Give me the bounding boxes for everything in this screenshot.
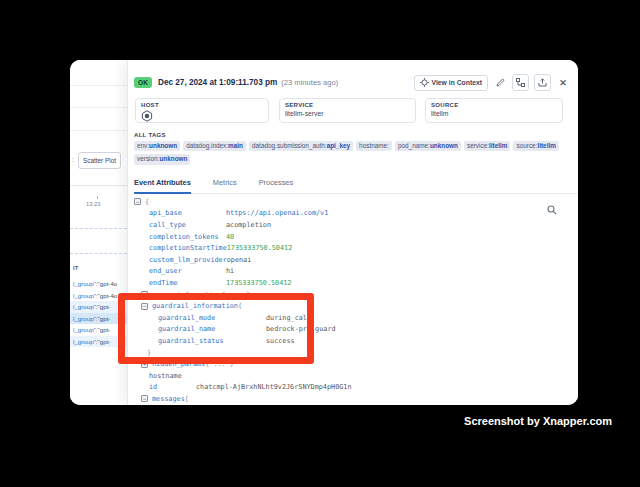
attribute-value[interactable]: 1735333750.50412 xyxy=(227,244,292,252)
attribute-value[interactable]: openai xyxy=(227,256,252,264)
attribute-key[interactable]: call_type xyxy=(149,221,226,229)
tag-key: source: xyxy=(516,142,537,150)
attribute-row: completionStartTime1735333750.50412 xyxy=(134,242,578,254)
list-item-text: :"gpt- xyxy=(96,326,111,333)
tab-metrics[interactable]: Metrics xyxy=(213,174,237,193)
tag-value: litellm xyxy=(537,142,555,150)
list-column-header: IT xyxy=(73,265,78,271)
xnapper-watermark: Screenshot by Xnapper.com xyxy=(464,415,612,427)
list-item-link: l_group" xyxy=(73,338,96,345)
tag-pill[interactable]: hostname: xyxy=(356,141,392,151)
tab-event-attributes[interactable]: Event Attributes xyxy=(134,174,191,193)
service-value: litellm-server xyxy=(285,110,410,117)
list-item[interactable]: l_group":"gpt-4o xyxy=(70,278,127,290)
attribute-row: −{ xyxy=(134,196,578,208)
service-label: SERVICE xyxy=(285,102,410,108)
collapse-icon[interactable]: − xyxy=(134,198,141,205)
attribute-value[interactable]: acompletion xyxy=(226,221,271,229)
tag-key: version: xyxy=(137,155,159,163)
axis-tick-label: 13:23 xyxy=(86,201,101,207)
attribute-row: custom_llm_provideropenai xyxy=(134,254,578,266)
list-item-text: :"gpt-4o xyxy=(96,292,117,299)
tags-list: env:unknowndatadog.index:maindatadog.sub… xyxy=(134,141,578,165)
attribute-value[interactable]: chatcmpl-AjBrxhNLht9v2J6rSNYDmp4pH0G1n xyxy=(196,383,352,391)
attribute-row: api_basehttps://api.openai.com/v1 xyxy=(134,208,578,220)
attribute-key[interactable]: completionStartTime xyxy=(149,244,227,252)
list-item-link: l_group" xyxy=(73,280,96,287)
all-tags-label: ALL TAGS xyxy=(134,132,166,138)
divider xyxy=(70,85,127,86)
related-traces-icon[interactable] xyxy=(512,74,529,91)
tag-value: main xyxy=(228,142,243,150)
tag-key: service: xyxy=(467,142,489,150)
tag-pill[interactable]: datadog.index:main xyxy=(183,141,246,151)
tab-processes[interactable]: Processes xyxy=(259,174,294,193)
truncated-control: : xyxy=(72,156,74,163)
brace: [ xyxy=(185,395,189,403)
attribute-key[interactable]: endTime xyxy=(149,279,226,287)
tag-pill[interactable]: source:litellm xyxy=(513,141,558,151)
tab-bar: Event AttributesMetricsProcesses xyxy=(134,174,578,194)
attribute-value[interactable]: 1735333750.50412 xyxy=(226,279,291,287)
source-box[interactable]: SOURCE litellm xyxy=(425,98,563,123)
attribute-key[interactable]: messages xyxy=(152,395,185,403)
list-item-link: l_group" xyxy=(73,315,96,322)
attribute-value[interactable]: 40 xyxy=(226,233,234,241)
tag-key: hostname: xyxy=(359,142,389,150)
attribute-key[interactable]: id xyxy=(149,383,196,391)
source-label: SOURCE xyxy=(431,102,557,108)
event-timestamp: Dec 27, 2024 at 1:09:11.703 pm xyxy=(158,78,277,87)
tag-key: datadog.submission_auth: xyxy=(252,142,327,150)
tag-pill[interactable]: pod_name:unknown xyxy=(395,141,461,151)
attribute-key[interactable]: api_base xyxy=(149,209,226,217)
scatter-plot-button[interactable]: Scatter Plot xyxy=(78,152,121,169)
tag-pill[interactable]: env:unknown xyxy=(134,141,180,151)
tag-value: unknown xyxy=(430,142,458,150)
tag-key: env: xyxy=(137,142,149,150)
tag-pill[interactable]: version:unknown xyxy=(134,154,190,164)
list-item-text: :"gpt- xyxy=(96,338,111,345)
list-item-link: l_group" xyxy=(73,292,96,299)
attribute-row: call_typeacompletion xyxy=(134,219,578,231)
attribute-key[interactable]: end_user xyxy=(149,267,226,275)
list-item-text: :"gpt- xyxy=(96,303,111,310)
divider xyxy=(70,107,127,108)
dashed-gridline xyxy=(70,253,127,254)
attribute-row: hostname xyxy=(134,370,578,382)
view-in-context-button[interactable]: View in Context xyxy=(414,75,488,91)
panel-header: OK Dec 27, 2024 at 1:09:11.703 pm (23 mi… xyxy=(134,73,570,92)
attribute-key[interactable]: custom_llm_provider xyxy=(149,256,227,264)
service-box[interactable]: SERVICE litellm-server xyxy=(279,98,416,123)
host-box[interactable]: HOST xyxy=(135,98,269,123)
attribute-row: idchatcmpl-AjBrxhNLht9v2J6rSNYDmp4pH0G1n xyxy=(134,382,578,394)
tag-key: pod_name: xyxy=(398,142,430,150)
axis-tick-mark xyxy=(97,196,98,199)
source-value: litellm xyxy=(431,110,557,117)
divider xyxy=(70,130,127,131)
tag-pill[interactable]: service:litellm xyxy=(464,141,511,151)
host-hexagon-icon xyxy=(141,110,263,122)
attribute-row: completion_tokens40 xyxy=(134,231,578,243)
brace: { xyxy=(145,198,149,206)
attribute-value[interactable]: hi xyxy=(226,267,234,275)
attribute-key[interactable]: completion_tokens xyxy=(149,233,226,241)
status-badge: OK xyxy=(134,77,152,88)
tag-value: api_key xyxy=(327,142,350,150)
collapse-icon[interactable]: − xyxy=(141,395,148,402)
close-icon[interactable]: ✕ xyxy=(556,76,570,90)
chart-axis-line xyxy=(70,185,127,186)
tag-key: datadog.index: xyxy=(186,142,228,150)
scatter-plot-label: Scatter Plot xyxy=(83,157,116,164)
attribute-value[interactable]: https://api.openai.com/v1 xyxy=(226,209,328,217)
attribute-key[interactable]: hostname xyxy=(149,372,226,380)
list-item-text: :"gpt-4o xyxy=(96,280,117,287)
tag-pill[interactable]: datadog.submission_auth:api_key xyxy=(249,141,353,151)
list-item-link: l_group" xyxy=(73,326,96,333)
tag-value: unknown xyxy=(149,142,177,150)
list-item-link: l_group" xyxy=(73,303,96,310)
search-icon[interactable] xyxy=(547,205,557,215)
edit-pencil-icon[interactable] xyxy=(493,76,507,90)
export-share-icon[interactable] xyxy=(534,74,551,91)
dashed-gridline xyxy=(70,228,127,229)
tag-value: litellm xyxy=(489,142,507,150)
